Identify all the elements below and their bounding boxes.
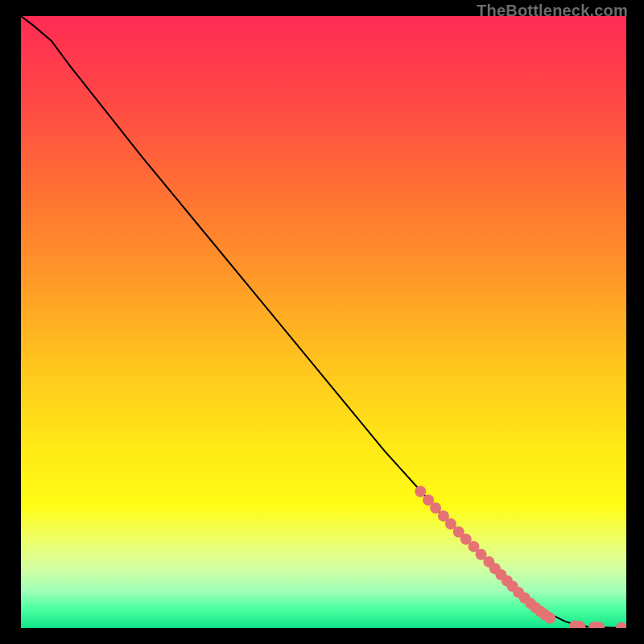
chart-svg: [21, 16, 626, 628]
chart-stage: TheBottleneck.com: [0, 0, 644, 644]
data-dot: [415, 486, 426, 497]
watermark-text: TheBottleneck.com: [477, 2, 628, 20]
gradient-background: [21, 16, 626, 628]
data-dot: [544, 613, 555, 624]
plot-area: [21, 16, 626, 628]
